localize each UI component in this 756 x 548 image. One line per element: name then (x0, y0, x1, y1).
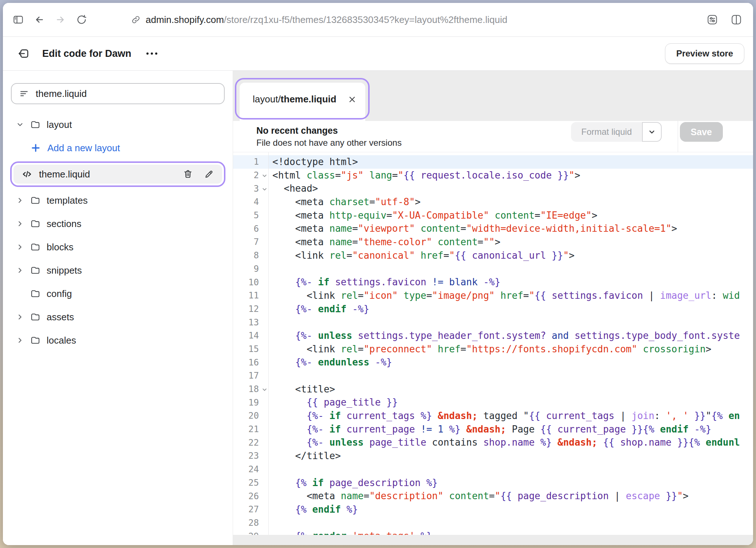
line-number-12[interactable]: 12 (233, 302, 268, 316)
add-new-layout-button[interactable]: Add a new layout (3, 136, 233, 160)
chevron-right-icon[interactable] (16, 266, 30, 274)
chevron-right-icon[interactable] (16, 196, 30, 204)
code-line-21[interactable]: {%- if current_page != 1 %} &ndash; Page… (269, 423, 753, 436)
line-number-11[interactable]: 11 (233, 289, 268, 302)
back-icon[interactable] (34, 14, 45, 26)
line-number-23[interactable]: 23 (233, 449, 268, 463)
code-line-10[interactable]: {%- if settings.favicon != blank -%} (269, 275, 753, 289)
code-line-26[interactable]: <meta name="description" content="{{ pag… (269, 489, 753, 503)
close-tab-icon[interactable] (347, 95, 357, 104)
line-number-22[interactable]: 22 (233, 436, 268, 449)
code-line-14[interactable]: {%- unless settings.type_header_font.sys… (269, 329, 753, 342)
code-line-7[interactable]: <meta name="theme-color" content=""> (269, 235, 753, 249)
address-bar[interactable]: admin.shopify.com/store/rzq1xu-f5/themes… (131, 14, 507, 26)
code-line-16[interactable]: {%- endunless -%} (269, 356, 753, 369)
fold-icon[interactable] (262, 173, 267, 179)
sidebar-item-snippets[interactable]: snippets (3, 259, 233, 282)
sidebar-item-config[interactable]: config (3, 282, 233, 305)
line-number-16[interactable]: 16 (233, 356, 268, 369)
line-number-8[interactable]: 8 (233, 249, 268, 262)
code-line-3[interactable]: <head> (269, 182, 753, 195)
code-line-29[interactable]: {% render 'meta-tags' %} (269, 529, 753, 535)
code-content[interactable]: <!doctype html><html class="js" lang="{{… (269, 152, 753, 535)
line-number-28[interactable]: 28 (233, 516, 268, 530)
preview-store-button[interactable]: Preview store (665, 43, 744, 64)
code-editor[interactable]: 1234567891011121314151617181920212223242… (233, 152, 753, 535)
code-line-9[interactable] (269, 262, 753, 276)
code-line-23[interactable]: </title> (269, 449, 753, 463)
code-line-17[interactable] (269, 369, 753, 383)
tab-theme-liquid[interactable]: layout/theme.liquid (240, 83, 365, 121)
split-view-icon[interactable] (731, 14, 742, 26)
line-number-27[interactable]: 27 (233, 503, 268, 516)
code-line-15[interactable]: <link rel="preconnect" href="https://fon… (269, 342, 753, 356)
code-line-13[interactable] (269, 316, 753, 329)
code-line-8[interactable]: <link rel="canonical" href="{{ canonical… (269, 249, 753, 262)
code-line-20[interactable]: {%- if current_tags %} &ndash; tagged "{… (269, 409, 753, 423)
sidebar-toggle-icon[interactable] (12, 14, 24, 26)
line-number-21[interactable]: 21 (233, 423, 268, 436)
sidebar-item-locales[interactable]: locales (3, 329, 233, 352)
pencil-icon[interactable] (204, 169, 214, 179)
line-number-18[interactable]: 18 (233, 383, 268, 396)
code-line-6[interactable]: <meta name="viewport" content="width=dev… (269, 222, 753, 235)
line-number-20[interactable]: 20 (233, 409, 268, 423)
line-number-3[interactable]: 3 (233, 182, 268, 195)
line-number-24[interactable]: 24 (233, 463, 268, 476)
code-line-24[interactable] (269, 463, 753, 476)
line-number-10[interactable]: 10 (233, 275, 268, 289)
chevron-right-icon[interactable] (16, 313, 30, 321)
line-number-15[interactable]: 15 (233, 342, 268, 356)
sidebar-item-blocks[interactable]: blocks (3, 235, 233, 259)
chevron-down-icon[interactable] (16, 121, 30, 129)
line-number-19[interactable]: 19 (233, 396, 268, 409)
fold-icon[interactable] (262, 187, 267, 192)
line-number-2[interactable]: 2 (233, 169, 268, 182)
code-line-27[interactable]: {% endif %} (269, 503, 753, 516)
sidebar-item-assets[interactable]: assets (3, 305, 233, 329)
chevron-right-icon[interactable] (16, 243, 30, 251)
code-line-19[interactable]: {{ page_title }} (269, 396, 753, 409)
folder-icon (30, 265, 41, 276)
line-number-14[interactable]: 14 (233, 329, 268, 342)
fold-icon[interactable] (262, 387, 267, 392)
code-line-22[interactable]: {%- unless page_title contains shop.name… (269, 436, 753, 449)
line-number-4[interactable]: 4 (233, 195, 268, 209)
code-line-2[interactable]: <html class="js" lang="{{ request.locale… (269, 169, 753, 182)
sidebar-item-theme-liquid[interactable]: theme.liquid (13, 165, 222, 184)
code-line-18[interactable]: <title> (269, 383, 753, 396)
code-line-25[interactable]: {% if page_description %} (269, 476, 753, 490)
code-line-1[interactable]: <!doctype html> (269, 155, 753, 169)
code-line-5[interactable]: <meta http-equiv="X-UA-Compatible" conte… (269, 209, 753, 222)
trash-icon[interactable] (183, 169, 193, 179)
forward-icon[interactable] (55, 14, 66, 26)
chevron-right-icon[interactable] (16, 336, 30, 344)
reload-icon[interactable] (76, 14, 87, 26)
line-number-9[interactable]: 9 (233, 262, 268, 276)
line-number-26[interactable]: 26 (233, 489, 268, 503)
sidebar-item-layout[interactable]: layout (3, 113, 233, 136)
format-liquid-button[interactable]: Format liquid (571, 122, 662, 142)
code-line-4[interactable]: <meta charset="utf-8"> (269, 195, 753, 209)
save-button[interactable]: Save (680, 122, 723, 142)
format-liquid-label[interactable]: Format liquid (571, 122, 642, 142)
code-line-11[interactable]: <link rel="icon" type="image/png" href="… (269, 289, 753, 302)
sidebar-item-templates[interactable]: templates (3, 189, 233, 212)
line-number-5[interactable]: 5 (233, 209, 268, 222)
sidebar-item-sections[interactable]: sections (3, 212, 233, 235)
line-number-29[interactable]: 29 (233, 529, 268, 535)
line-number-17[interactable]: 17 (233, 369, 268, 383)
exit-icon[interactable] (17, 47, 31, 60)
format-dropdown-icon[interactable] (642, 122, 662, 142)
file-search-input[interactable]: theme.liquid (11, 83, 225, 104)
line-number-1[interactable]: 1 (233, 155, 268, 169)
line-number-13[interactable]: 13 (233, 316, 268, 329)
line-number-25[interactable]: 25 (233, 476, 268, 490)
more-menu-icon[interactable] (145, 51, 158, 56)
line-number-6[interactable]: 6 (233, 222, 268, 235)
page-settings-icon[interactable] (706, 14, 718, 26)
code-line-12[interactable]: {%- endif -%} (269, 302, 753, 316)
line-number-7[interactable]: 7 (233, 235, 268, 249)
chevron-right-icon[interactable] (16, 220, 30, 228)
code-line-28[interactable] (269, 516, 753, 530)
